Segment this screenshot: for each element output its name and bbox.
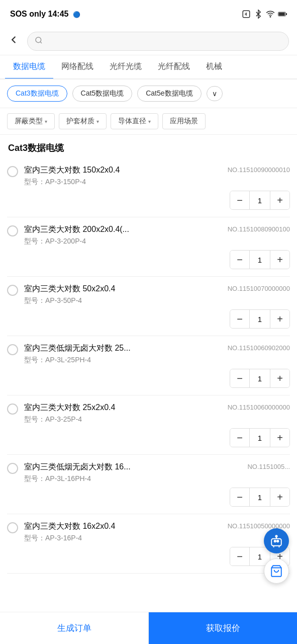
tab-data-cable[interactable]: 数据电缆 [5, 55, 53, 79]
product-model-p6: 型号：AP-3L-16PH-4 [24, 474, 241, 484]
order-button[interactable]: 生成订单 [0, 612, 149, 644]
svg-rect-9 [277, 540, 278, 542]
radio-p6[interactable] [7, 463, 18, 474]
radio-p5[interactable] [7, 404, 18, 415]
qty-plus-p6[interactable]: + [270, 488, 289, 506]
float-icons [264, 528, 289, 584]
list-item: 室内三类低烟无卤大对数 16... 型号：AP-3L-16PH-4 NO.115… [7, 455, 290, 514]
product-name-p5: 室内三类大对数 25x2x0.4 [24, 403, 222, 413]
product-no-p3: NO.11510070000000 [228, 284, 290, 292]
product-name-p6: 室内三类低烟无卤大对数 16... [24, 462, 241, 472]
qty-minus-p2[interactable]: − [230, 251, 249, 269]
product-list: 室内三类大对数 150x2x0.4 型号：AP-3-150P-4 NO.1151… [0, 158, 297, 574]
chevron-down-icon: ▾ [148, 119, 151, 124]
quantity-ctrl-p5: − 1 + [230, 428, 290, 447]
qty-value-p3: 1 [249, 310, 270, 328]
qty-minus-p4[interactable]: − [230, 369, 249, 387]
radio-p2[interactable] [7, 225, 18, 236]
product-no-p5: NO.11510060000000 [228, 403, 290, 411]
tab-fiber-wiring[interactable]: 光纤配线 [150, 55, 198, 79]
qty-plus-p1[interactable]: + [270, 191, 289, 209]
tab-machine[interactable]: 机械 [198, 55, 230, 79]
chip-cat3[interactable]: Cat3数据电缆 [7, 86, 67, 102]
top-nav [0, 27, 297, 55]
product-model-p4: 型号：AP-3L-25PH-4 [24, 356, 222, 365]
qty-value-p2: 1 [249, 251, 270, 269]
status-bar: SOS only 14:45 🔵 [0, 0, 297, 27]
bottom-bar: 生成订单 获取报价 [0, 612, 297, 644]
radio-p1[interactable] [7, 166, 18, 177]
list-item: 室内三类大对数 25x2x0.4 型号：AP-3-25P-4 NO.115100… [7, 395, 290, 455]
product-no-p6: NO.1151005... [247, 462, 290, 470]
search-box[interactable] [27, 32, 289, 51]
product-model-p5: 型号：AP-3-25P-4 [24, 415, 222, 424]
nfc-icon [242, 10, 251, 19]
svg-rect-8 [274, 540, 276, 542]
list-item: 室内三类大对数 200x2x0.4(... 型号：AP-3-200P-4 NO.… [7, 217, 290, 277]
quantity-ctrl-p4: − 1 + [230, 369, 290, 388]
product-no-p1: NO.11510090000010 [228, 165, 290, 174]
list-item: 室内三类大对数 50x2x0.4 型号：AP-3-50P-4 NO.115100… [7, 277, 290, 336]
tab-network-cable[interactable]: 网络配线 [53, 55, 102, 79]
quote-button[interactable]: 获取报价 [149, 612, 297, 644]
svg-rect-3 [279, 13, 285, 16]
qty-plus-p3[interactable]: + [270, 310, 289, 328]
filter-conductor-diameter[interactable]: 导体直径 ▾ [111, 113, 158, 129]
section-title: Cat3数据电缆 [0, 135, 297, 158]
qty-minus-p1[interactable]: − [230, 191, 249, 209]
list-item: 室内三类低烟无卤大对数 25... 型号：AP-3L-25PH-4 NO.115… [7, 336, 290, 395]
qty-plus-p2[interactable]: + [270, 251, 289, 269]
radio-p7[interactable] [7, 522, 18, 533]
quantity-ctrl-p6: − 1 + [230, 488, 290, 507]
radio-p4[interactable] [7, 344, 18, 355]
svg-rect-4 [286, 13, 287, 15]
svg-line-6 [40, 42, 42, 43]
svg-rect-7 [271, 539, 281, 546]
quantity-ctrl-p2: − 1 + [230, 250, 290, 269]
quantity-ctrl-p3: − 1 + [230, 309, 290, 329]
product-model-p1: 型号：AP-3-150P-4 [24, 178, 222, 187]
tab-fiber-cable[interactable]: 光纤光缆 [102, 55, 150, 79]
product-name-p1: 室内三类大对数 150x2x0.4 [24, 165, 222, 176]
filter-application-scene[interactable]: 应用场景 [162, 113, 206, 129]
chip-cat5e[interactable]: Cat5e数据电缆 [137, 86, 201, 102]
svg-point-11 [275, 535, 277, 537]
product-no-p4: NO.11510060902000 [228, 343, 290, 352]
search-icon [35, 36, 43, 46]
qty-value-p1: 1 [249, 191, 270, 209]
float-cart-button[interactable] [264, 558, 289, 584]
bluetooth-icon [254, 10, 263, 19]
product-model-p2: 型号：AP-3-200P-4 [24, 237, 222, 246]
wifi-icon [266, 10, 275, 19]
quantity-ctrl-p1: − 1 + [230, 191, 290, 210]
chip-more-button[interactable]: ∨ [207, 86, 223, 101]
qty-value-p4: 1 [249, 369, 270, 387]
status-text: SOS only 14:45 🔵 [10, 10, 80, 19]
status-icons [242, 10, 287, 19]
qty-plus-p5[interactable]: + [270, 429, 289, 447]
product-name-p3: 室内三类大对数 50x2x0.4 [24, 284, 222, 294]
qty-minus-p3[interactable]: − [230, 310, 249, 328]
qty-minus-p7[interactable]: − [230, 547, 249, 566]
back-button[interactable] [8, 34, 19, 48]
radio-p3[interactable] [7, 285, 18, 296]
product-name-p2: 室内三类大对数 200x2x0.4(... [24, 224, 222, 235]
float-robot-button[interactable] [264, 528, 289, 553]
list-item: 室内三类大对数 150x2x0.4 型号：AP-3-150P-4 NO.1151… [7, 158, 290, 217]
product-no-p2: NO.11510080900100 [228, 224, 290, 233]
product-name-p7: 室内三类大对数 16x2x0.4 [24, 521, 222, 532]
chevron-down-icon: ▾ [45, 119, 47, 124]
product-model-p7: 型号：AP-3-16P-4 [24, 534, 222, 543]
qty-plus-p4[interactable]: + [270, 369, 289, 387]
list-item: 室内三类大对数 16x2x0.4 型号：AP-3-16P-4 NO.115100… [7, 514, 290, 574]
chip-cat5[interactable]: Cat5数据电缆 [72, 86, 133, 102]
qty-minus-p6[interactable]: − [230, 488, 249, 506]
chevron-down-icon: ▾ [96, 119, 99, 124]
filter-jacket-material[interactable]: 护套材质 ▾ [59, 113, 107, 129]
filter-row: 屏蔽类型 ▾ 护套材质 ▾ 导体直径 ▾ 应用场景 [0, 108, 297, 135]
product-model-p3: 型号：AP-3-50P-4 [24, 296, 222, 305]
qty-minus-p5[interactable]: − [230, 429, 249, 447]
svg-point-5 [36, 37, 41, 43]
chip-row: Cat3数据电缆 Cat5数据电缆 Cat5e数据电缆 ∨ [0, 79, 297, 108]
filter-shield-type[interactable]: 屏蔽类型 ▾ [7, 113, 55, 129]
